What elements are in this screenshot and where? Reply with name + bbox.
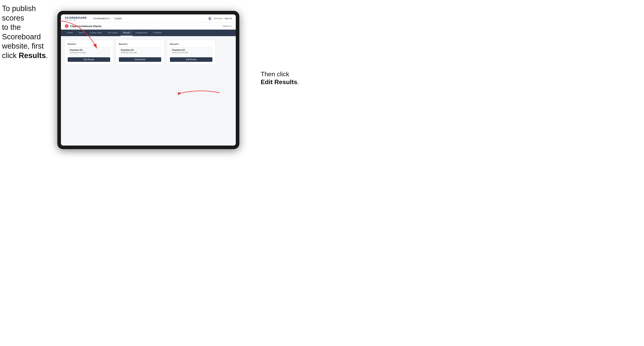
round-3-course-details: Gold (M) (7010 yds) <box>172 51 210 53</box>
round-2-title: Round 2 <box>119 43 162 45</box>
top-nav: SCOREBOARD Powered by clippd TOURNAMENTS… <box>61 14 236 23</box>
cancel-button[interactable]: Cancel ✕ <box>222 25 232 27</box>
tab-leaderboards[interactable]: Leaderboards <box>132 30 150 36</box>
edit-results-round3-button[interactable]: Edit Results <box>170 57 212 62</box>
round-1-course-details: Gold (M) (7010 yds) <box>70 51 108 53</box>
round-1-title: Round 1 <box>68 43 110 45</box>
main-content: Round 1 Peachtree GC Gold (M) (7010 yds)… <box>61 36 236 146</box>
edit-results-round2-button[interactable]: Edit Results <box>119 57 162 62</box>
tab-details[interactable]: Details <box>64 30 76 36</box>
round-3-course-name: Peachtree GC <box>172 49 210 51</box>
tab-teams[interactable]: Teams <box>76 30 87 36</box>
nav-tournaments[interactable]: TOURNAMENTS <box>93 16 110 20</box>
edit-results-round1-button[interactable]: Edit Results <box>68 57 110 62</box>
tournament-name: Clippd Invitational (Open) <box>70 25 101 28</box>
instruction-left: To publish scores to the Scoreboard webs… <box>2 4 59 60</box>
tournament-header: C Clippd Invitational (Open) Cancel ✕ <box>61 23 236 30</box>
round-1-card: Round 1 Peachtree GC Gold (M) (7010 yds)… <box>65 40 113 65</box>
round-3-card: Round 3 Peachtree GC Gold (M) (7010 yds)… <box>167 40 215 65</box>
tab-tee-groups[interactable]: Tee Groups <box>105 30 120 36</box>
instruction-right: Then click Edit Results. <box>261 70 312 86</box>
tournament-title-row: C Clippd Invitational (Open) <box>65 24 101 28</box>
round-2-course: Peachtree GC Gold (M) (7010 yds) <box>119 47 162 55</box>
tab-printables[interactable]: Printables <box>150 30 164 36</box>
nav-teams[interactable]: TEAMS <box>114 16 122 20</box>
round-1-course-name: Peachtree GC <box>70 49 108 51</box>
logo-area: SCOREBOARD Powered by clippd <box>65 16 87 21</box>
round-3-course: Peachtree GC Gold (M) (7010 yds) <box>170 47 212 55</box>
round-2-card: Round 2 Peachtree GC Gold (M) (7010 yds)… <box>116 40 164 65</box>
round-2-course-details: Gold (M) (7010 yds) <box>121 51 159 53</box>
tab-course-setup[interactable]: Course Setup <box>87 30 105 36</box>
user-name: Test User | <box>214 17 223 19</box>
round-2-course-name: Peachtree GC <box>121 49 159 51</box>
tablet-screen: SCOREBOARD Powered by clippd TOURNAMENTS… <box>61 14 236 146</box>
logo-subtitle: Powered by clippd <box>65 19 87 21</box>
round-3-title: Round 3 <box>170 43 212 45</box>
user-avatar: 👤 <box>208 16 212 21</box>
sign-out-link[interactable]: Sign out <box>224 17 232 19</box>
nav-links: TOURNAMENTS TEAMS <box>93 16 208 20</box>
nav-right: 👤 Test User | Sign out <box>208 16 232 21</box>
round-1-course: Peachtree GC Gold (M) (7010 yds) <box>68 47 110 55</box>
rounds-grid: Round 1 Peachtree GC Gold (M) (7010 yds)… <box>65 40 215 65</box>
tablet-device: SCOREBOARD Powered by clippd TOURNAMENTS… <box>57 11 239 149</box>
logo-text: SCOREBOARD <box>65 16 87 19</box>
tab-results[interactable]: Results <box>120 30 132 36</box>
tab-bar: Details Teams Course Setup Tee Groups Re… <box>61 30 236 36</box>
c-logo: C <box>65 24 68 28</box>
